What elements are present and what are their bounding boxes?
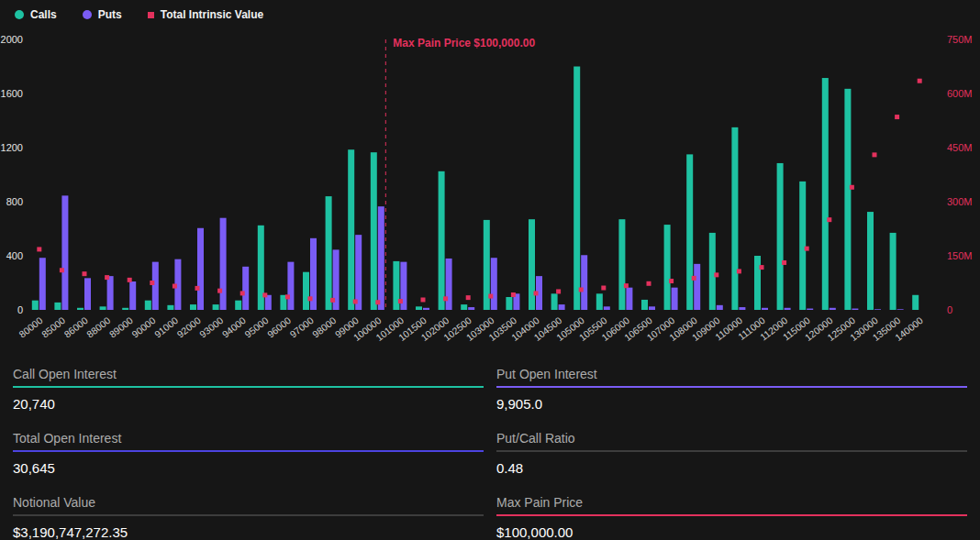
put-bar[interactable]	[739, 307, 745, 310]
intrinsic-value-dot[interactable]	[895, 115, 899, 119]
put-bar[interactable]	[355, 235, 362, 310]
call-bar[interactable]	[122, 308, 128, 310]
put-bar[interactable]	[287, 262, 294, 310]
put-bar[interactable]	[559, 304, 565, 310]
call-bar[interactable]	[731, 127, 738, 310]
intrinsic-value-dot[interactable]	[873, 152, 877, 157]
call-bar[interactable]	[912, 295, 919, 310]
intrinsic-value-dot[interactable]	[805, 247, 809, 251]
call-bar[interactable]	[574, 67, 580, 311]
call-bar[interactable]	[618, 219, 625, 310]
intrinsic-value-dot[interactable]	[827, 217, 831, 222]
intrinsic-value-dot[interactable]	[488, 294, 493, 299]
intrinsic-value-dot[interactable]	[217, 289, 222, 293]
put-bar[interactable]	[423, 308, 429, 310]
intrinsic-value-dot[interactable]	[398, 299, 403, 303]
call-bar[interactable]	[371, 152, 377, 310]
intrinsic-value-dot[interactable]	[511, 292, 516, 297]
call-bar[interactable]	[641, 300, 648, 310]
intrinsic-value-dot[interactable]	[714, 272, 718, 277]
put-bar[interactable]	[874, 309, 881, 310]
legend-item-puts[interactable]: Puts	[83, 8, 122, 21]
put-bar[interactable]	[694, 264, 700, 310]
intrinsic-value-dot[interactable]	[105, 275, 109, 280]
intrinsic-value-dot[interactable]	[556, 289, 561, 293]
intrinsic-value-dot[interactable]	[737, 269, 741, 273]
put-bar[interactable]	[717, 305, 723, 310]
put-bar[interactable]	[649, 306, 655, 310]
call-bar[interactable]	[506, 297, 512, 310]
intrinsic-value-dot[interactable]	[647, 281, 651, 286]
intrinsic-value-dot[interactable]	[330, 298, 335, 303]
put-bar[interactable]	[626, 288, 632, 310]
legend-item-intrinsic-value[interactable]: Total Intrinsic Value	[148, 8, 263, 21]
call-bar[interactable]	[529, 219, 535, 310]
call-bar[interactable]	[686, 154, 693, 310]
call-bar[interactable]	[167, 305, 173, 310]
put-bar[interactable]	[762, 308, 768, 310]
call-bar[interactable]	[439, 171, 445, 310]
intrinsic-value-dot[interactable]	[195, 286, 200, 291]
call-bar[interactable]	[32, 301, 39, 310]
intrinsic-value-dot[interactable]	[128, 278, 132, 282]
call-bar[interactable]	[844, 89, 851, 310]
call-bar[interactable]	[100, 306, 106, 310]
intrinsic-value-dot[interactable]	[624, 283, 629, 288]
call-bar[interactable]	[822, 78, 829, 310]
intrinsic-value-dot[interactable]	[285, 294, 290, 299]
call-bar[interactable]	[596, 293, 603, 310]
put-bar[interactable]	[897, 309, 904, 310]
put-bar[interactable]	[107, 276, 114, 310]
call-bar[interactable]	[77, 308, 84, 310]
intrinsic-value-dot[interactable]	[579, 287, 584, 292]
call-bar[interactable]	[461, 304, 467, 310]
put-bar[interactable]	[491, 258, 497, 310]
call-bar[interactable]	[348, 149, 354, 310]
call-bar[interactable]	[709, 233, 716, 310]
put-bar[interactable]	[197, 228, 204, 310]
put-bar[interactable]	[61, 195, 68, 310]
intrinsic-value-dot[interactable]	[692, 276, 696, 281]
put-bar[interactable]	[852, 309, 858, 310]
call-bar[interactable]	[235, 301, 241, 310]
intrinsic-value-dot[interactable]	[760, 265, 764, 270]
call-bar[interactable]	[867, 212, 874, 310]
put-bar[interactable]	[129, 281, 136, 310]
intrinsic-value-dot[interactable]	[353, 299, 358, 303]
call-bar[interactable]	[799, 182, 806, 310]
call-bar[interactable]	[754, 256, 761, 310]
intrinsic-value-dot[interactable]	[173, 284, 177, 289]
intrinsic-value-dot[interactable]	[37, 247, 41, 251]
intrinsic-value-dot[interactable]	[782, 260, 786, 265]
call-bar[interactable]	[777, 163, 784, 310]
intrinsic-value-dot[interactable]	[262, 292, 267, 297]
options-open-interest-chart[interactable]: 04008001200160020000150M300M450M600M750M…	[0, 0, 980, 359]
legend-item-calls[interactable]: Calls	[15, 8, 57, 21]
intrinsic-value-dot[interactable]	[60, 268, 64, 272]
intrinsic-value-dot[interactable]	[443, 296, 448, 301]
put-bar[interactable]	[672, 288, 678, 310]
put-bar[interactable]	[581, 255, 587, 310]
intrinsic-value-dot[interactable]	[150, 281, 154, 285]
intrinsic-value-dot[interactable]	[240, 291, 245, 295]
call-bar[interactable]	[54, 303, 61, 310]
call-bar[interactable]	[664, 225, 671, 310]
put-bar[interactable]	[785, 308, 791, 310]
intrinsic-value-dot[interactable]	[534, 291, 539, 295]
call-bar[interactable]	[890, 233, 896, 310]
put-bar[interactable]	[378, 206, 384, 310]
call-bar[interactable]	[190, 304, 196, 310]
call-bar[interactable]	[303, 272, 309, 310]
intrinsic-value-dot[interactable]	[375, 300, 380, 304]
put-bar[interactable]	[39, 258, 46, 310]
intrinsic-value-dot[interactable]	[308, 296, 313, 301]
put-bar[interactable]	[220, 218, 227, 310]
intrinsic-value-dot[interactable]	[918, 79, 922, 83]
call-bar[interactable]	[551, 293, 558, 310]
intrinsic-value-dot[interactable]	[83, 271, 87, 276]
put-bar[interactable]	[84, 278, 91, 310]
put-bar[interactable]	[830, 308, 836, 310]
intrinsic-value-dot[interactable]	[669, 279, 674, 283]
call-bar[interactable]	[416, 306, 422, 310]
put-bar[interactable]	[807, 309, 813, 310]
